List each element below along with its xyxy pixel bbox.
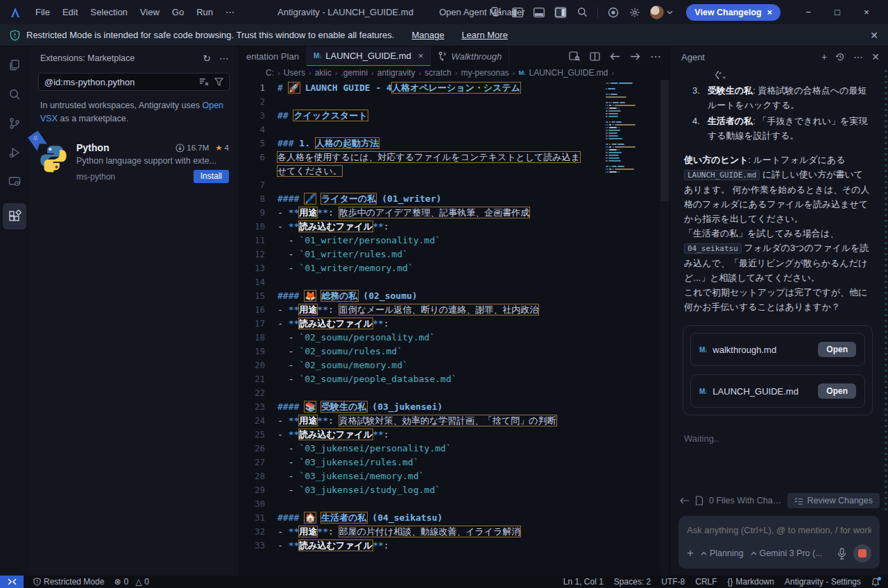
manage-link[interactable]: Manage bbox=[411, 30, 444, 40]
activity-bar bbox=[0, 46, 29, 576]
breadcrumb-item[interactable]: Users bbox=[284, 68, 305, 78]
search-input[interactable] bbox=[44, 77, 194, 87]
agent-input-box[interactable]: + Planning Gemini 3 Pro (... bbox=[678, 516, 880, 569]
problems-status[interactable]: ⊗0 △0 bbox=[114, 577, 149, 587]
extension-card-python[interactable]: ☆ Python 16.7M ★ 4 Python language s bbox=[29, 135, 239, 191]
toggle-right-panel-icon[interactable] bbox=[554, 6, 567, 19]
mode-selector[interactable]: Planning bbox=[701, 548, 744, 558]
open-button[interactable]: Open bbox=[818, 383, 856, 399]
explorer-icon[interactable] bbox=[3, 52, 26, 78]
close-window-button[interactable]: × bbox=[852, 0, 881, 24]
open-preview-icon[interactable] bbox=[569, 51, 580, 61]
microphone-icon[interactable] bbox=[837, 548, 846, 560]
new-chat-icon[interactable]: + bbox=[821, 51, 827, 62]
history-icon[interactable] bbox=[835, 52, 845, 62]
menu-view[interactable]: View bbox=[134, 4, 166, 20]
extensions-search[interactable] bbox=[38, 73, 230, 91]
settings-status[interactable]: Antigravity - Settings bbox=[785, 577, 861, 587]
agent-message: 3.受験生の私: 資格試験の合格点への最短ルートをハックする。 bbox=[684, 83, 871, 112]
line-number: 31 bbox=[239, 511, 278, 525]
agent-input[interactable] bbox=[687, 525, 871, 535]
forward-icon[interactable] bbox=[630, 53, 640, 60]
minimize-button[interactable]: − bbox=[794, 0, 823, 24]
maximize-button[interactable]: □ bbox=[823, 0, 852, 24]
menu-selection[interactable]: Selection bbox=[84, 4, 133, 20]
breadcrumb-item[interactable]: my-personas bbox=[461, 68, 509, 78]
view-changelog-button[interactable]: View Changelog × bbox=[686, 4, 780, 21]
editor-scrollbar[interactable] bbox=[660, 80, 669, 576]
cursor-position[interactable]: Ln 1, Col 1 bbox=[563, 577, 604, 587]
eol-sequence[interactable]: CRLF bbox=[695, 577, 717, 587]
menu-edit[interactable]: Edit bbox=[56, 4, 84, 20]
line-number: 12 bbox=[239, 248, 278, 261]
file-card-walkthrough[interactable]: M↓ walkthrough.md Open bbox=[690, 333, 865, 366]
search-sidebar-icon[interactable] bbox=[3, 81, 26, 107]
star-icon: ★ bbox=[215, 143, 222, 153]
search-icon[interactable] bbox=[576, 6, 588, 19]
bell-icon[interactable] bbox=[871, 578, 880, 587]
filter-icon[interactable] bbox=[214, 78, 223, 86]
indentation[interactable]: Spaces: 2 bbox=[614, 577, 651, 587]
line-number: 10 bbox=[239, 220, 278, 234]
remote-indicator[interactable] bbox=[0, 576, 24, 588]
more-actions-icon[interactable]: ⋯ bbox=[650, 50, 661, 63]
panel-title: Extensions: Marketplace bbox=[40, 53, 194, 63]
model-selector[interactable]: Gemini 3 Pro (... bbox=[751, 548, 823, 558]
restricted-mode-banner: Restricted Mode is intended for safe cod… bbox=[0, 24, 888, 46]
file-icon bbox=[695, 496, 703, 505]
back-icon[interactable] bbox=[610, 53, 620, 60]
stop-button[interactable] bbox=[853, 544, 871, 562]
open-agent-manager[interactable]: Open Agent Manager bbox=[439, 7, 525, 17]
breadcrumb-item[interactable]: C: bbox=[266, 68, 274, 78]
minimap[interactable] bbox=[606, 83, 658, 174]
refresh-icon[interactable]: ↻ bbox=[203, 53, 211, 64]
menu-run[interactable]: Run bbox=[190, 4, 219, 20]
chevron-down-icon bbox=[667, 10, 673, 15]
close-icon[interactable]: × bbox=[767, 8, 772, 17]
close-tab-icon[interactable]: × bbox=[418, 51, 424, 61]
close-panel-icon[interactable]: ✕ bbox=[871, 51, 880, 62]
extensions-icon[interactable] bbox=[3, 203, 26, 230]
remote-explorer-icon[interactable] bbox=[3, 168, 26, 195]
open-button[interactable]: Open bbox=[818, 342, 856, 357]
file-card-launch-guide[interactable]: M↓ LAUNCH_GUIDE.md Open bbox=[690, 374, 865, 408]
line-number: 14 bbox=[239, 275, 278, 289]
tab-walkthrough[interactable]: Walkthrough bbox=[431, 46, 509, 66]
line-number: 33 bbox=[239, 539, 278, 553]
split-editor-icon[interactable] bbox=[590, 52, 600, 61]
encoding[interactable]: UTF-8 bbox=[661, 577, 685, 587]
tab-launch-guide[interactable]: M↓ LAUNCH_GUIDE.md × bbox=[307, 46, 431, 66]
menu-⋯[interactable]: ⋯ bbox=[219, 4, 241, 20]
more-actions-icon[interactable]: ⋯ bbox=[853, 51, 863, 62]
breadcrumb-item[interactable]: antigravity bbox=[377, 68, 416, 78]
breadcrumb-item[interactable]: scratch bbox=[425, 68, 452, 78]
markdown-icon: M↓ bbox=[519, 69, 526, 76]
source-control-icon[interactable] bbox=[3, 110, 26, 137]
menu-go[interactable]: Go bbox=[166, 4, 190, 20]
restricted-mode-status[interactable]: Restricted Mode bbox=[33, 577, 104, 587]
learn-more-link[interactable]: Learn More bbox=[461, 30, 507, 40]
install-button[interactable]: Install bbox=[194, 170, 229, 183]
menu-file[interactable]: File bbox=[29, 4, 56, 20]
account-menu[interactable] bbox=[650, 6, 673, 19]
back-icon[interactable] bbox=[680, 497, 690, 504]
code-area[interactable]: 1# 🚀 LAUNCH GUIDE - 4人格オペレーション・システム23## … bbox=[239, 80, 669, 576]
gear-icon[interactable] bbox=[629, 6, 641, 19]
breadcrumb-item[interactable]: LAUNCH_GUIDE.md bbox=[529, 68, 608, 78]
tab-implementation-plan[interactable]: entation Plan bbox=[239, 46, 307, 66]
more-actions-icon[interactable]: ⋯ bbox=[219, 53, 229, 64]
line-number: 24 bbox=[239, 414, 278, 428]
run-debug-icon[interactable] bbox=[3, 139, 26, 166]
language-mode[interactable]: {}Markdown bbox=[728, 577, 774, 587]
banner-close-icon[interactable]: ✕ bbox=[870, 30, 878, 41]
breadcrumb-item[interactable]: .gemini bbox=[341, 68, 368, 78]
browser-icon[interactable] bbox=[607, 6, 620, 19]
agent-scrollbar[interactable] bbox=[885, 70, 887, 514]
extension-description: Python language support with exte... bbox=[76, 156, 229, 166]
breadcrumb-item[interactable]: akiic bbox=[315, 68, 332, 78]
toggle-bottom-panel-icon[interactable] bbox=[533, 6, 545, 19]
review-changes-button[interactable]: Review Changes bbox=[787, 493, 880, 508]
clear-filter-icon[interactable] bbox=[199, 78, 209, 86]
add-context-icon[interactable]: + bbox=[687, 546, 694, 560]
code-line: 11 - `01_writer/personality.md` bbox=[239, 234, 669, 248]
